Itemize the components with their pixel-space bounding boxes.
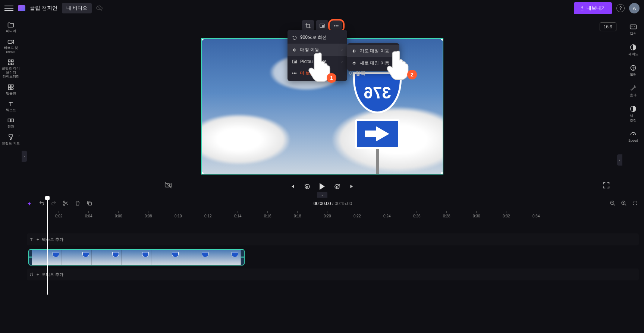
play-button[interactable] (318, 182, 326, 191)
menu-item-rotate[interactable]: 900으로 회전 (288, 31, 347, 44)
selection-handle[interactable] (201, 172, 204, 175)
ruler-tick: 0:02 (55, 211, 62, 218)
forward-button[interactable]: 5 (333, 182, 341, 191)
split-button[interactable] (63, 200, 69, 207)
timeline-collapse-button[interactable]: ⌄ (317, 192, 327, 198)
folder-icon (7, 22, 15, 28)
zoom-in-button[interactable] (621, 200, 628, 207)
sidebar-item-templates[interactable]: 템플릿 (2, 82, 20, 98)
svg-point-30 (32, 275, 33, 276)
ellipsis-icon: ••• (292, 71, 297, 76)
rightbar-item-color[interactable]: 색 조정 (624, 102, 642, 126)
zoom-fit-button[interactable] (632, 200, 639, 207)
audio-track[interactable]: + 오디오 추가 (27, 268, 639, 280)
hamburger-menu[interactable] (4, 4, 13, 13)
svg-rect-3 (12, 60, 13, 62)
svg-rect-2 (8, 60, 10, 62)
sidebar-item-record[interactable]: 레코드 및 create (2, 36, 20, 56)
clip-thumbnail (92, 250, 122, 265)
ruler-tick: 0:08 (145, 211, 152, 218)
svg-rect-6 (8, 85, 10, 87)
redo-button[interactable] (51, 200, 57, 207)
help-icon[interactable]: ? (616, 4, 625, 12)
delete-button[interactable] (75, 200, 81, 207)
clip-handle-right[interactable]: || (241, 256, 244, 258)
playhead[interactable] (47, 198, 48, 295)
skip-prev-button[interactable] (288, 182, 296, 191)
tutorial-hand-1: 1 (306, 50, 332, 82)
svg-text:5: 5 (306, 186, 307, 188)
ai-sparkle-button[interactable]: ✦ (27, 200, 34, 207)
clip-handle-left[interactable]: || (29, 256, 32, 258)
ruler-tick: 0:28 (443, 211, 450, 218)
svg-rect-19 (295, 62, 296, 63)
timeline-ruler[interactable]: 0:020:040:060:080:100:120:140:160:180:20… (22, 210, 644, 219)
chevron-right-icon: › (19, 134, 20, 138)
selection-handle[interactable] (441, 172, 443, 175)
rightbar-item-filter[interactable]: 필터 (624, 61, 642, 80)
rewind-button[interactable]: 5 (303, 182, 311, 191)
my-video-button[interactable]: 내 비디오 (62, 3, 92, 13)
undo-button[interactable] (39, 200, 45, 207)
svg-rect-11 (11, 119, 14, 122)
svg-rect-7 (11, 85, 13, 87)
svg-rect-1 (8, 40, 12, 43)
captions-icon (629, 23, 637, 31)
sidebar-item-content-library[interactable]: 콘텐츠 라이브러리 라이브러리 (2, 57, 20, 81)
fullscreen-button[interactable] (602, 181, 610, 189)
ruler-tick: 0:16 (264, 211, 271, 218)
duplicate-button[interactable] (87, 200, 93, 207)
rightbar-item-fade[interactable]: 페이드 (624, 41, 642, 60)
sidebar-item-media[interactable]: 미디어 (2, 19, 20, 35)
timeline-timestamp: 00:00.00 / 00:15.00 (314, 201, 352, 206)
svg-rect-26 (88, 202, 91, 205)
rightbar-item-speed[interactable]: Speed (624, 128, 642, 145)
flip-horizontal-icon (352, 48, 357, 54)
filter-icon (629, 64, 637, 72)
rightbar-item-effects[interactable]: 효과 (624, 82, 642, 101)
skip-next-button[interactable] (348, 182, 356, 191)
fade-icon (629, 44, 637, 51)
svg-text:5: 5 (336, 186, 337, 188)
clip-thumbnail (181, 250, 211, 265)
video-clip[interactable]: || || (28, 249, 245, 266)
clip-thumbnail (151, 250, 181, 265)
flip-icon (292, 47, 297, 53)
app-logo (18, 5, 25, 11)
ellipsis-icon: ••• (334, 23, 339, 29)
arrow-sign (355, 119, 400, 149)
decorative-cloud (201, 113, 291, 166)
svg-line-0 (97, 6, 102, 11)
sidebar-item-text[interactable]: 텍스트 (2, 98, 20, 114)
music-icon (29, 272, 34, 277)
svg-rect-8 (8, 88, 10, 90)
text-icon (29, 237, 34, 242)
ruler-tick: 0:04 (85, 211, 92, 218)
selection-handle[interactable] (201, 38, 204, 41)
svg-rect-17 (322, 25, 324, 27)
text-track[interactable]: + 텍스트 추가 (27, 233, 639, 245)
export-button[interactable]: 내보내기 (574, 2, 612, 14)
tutorial-hand-2: 2 (384, 48, 410, 80)
rightbar-item-captions[interactable]: 캡션 (624, 20, 642, 39)
avatar[interactable]: A (629, 3, 640, 13)
ruler-tick: 0:20 (324, 211, 331, 218)
ruler-tick: 0:26 (413, 211, 420, 218)
aspect-ratio-badge[interactable]: 16:9 (600, 22, 616, 31)
ruler-tick: 0:10 (175, 211, 182, 218)
selection-handle[interactable] (441, 38, 443, 41)
contrast-icon (629, 105, 637, 113)
svg-point-29 (30, 275, 31, 276)
brandkit-icon (7, 134, 15, 141)
camera-icon (7, 38, 15, 45)
zoom-out-button[interactable] (610, 200, 616, 207)
chevron-right-icon: › (342, 48, 343, 52)
ruler-tick: 0:30 (473, 211, 480, 218)
export-label: 내보내기 (587, 5, 606, 12)
ruler-tick: 0:24 (383, 211, 390, 218)
sidebar-item-brandkit[interactable]: 브랜드 키트 › (2, 132, 20, 148)
sidebar-item-transitions[interactable]: 전환 (2, 115, 20, 131)
clip-thumbnail (62, 250, 92, 265)
transitions-icon (7, 117, 15, 124)
ruler-tick: 0:14 (234, 211, 241, 218)
